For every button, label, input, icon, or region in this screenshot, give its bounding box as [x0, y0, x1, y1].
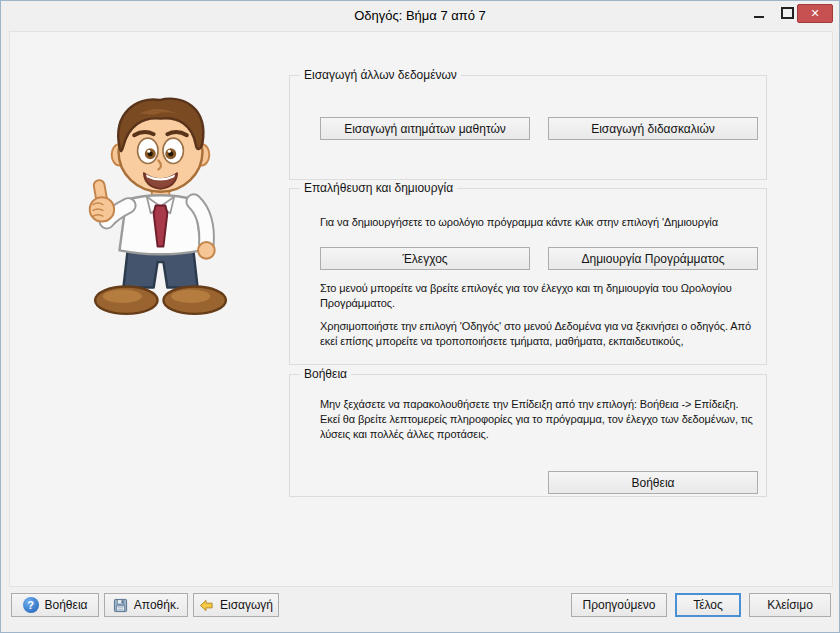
wizard-window: Οδηγός: Βήμα 7 από 7 ✕ — [0, 0, 840, 633]
footer-help-button[interactable]: ? Βοήθεια — [11, 593, 99, 617]
group-verify-title: Επαλήθευση και δημιουργία — [300, 181, 457, 195]
help-group-button[interactable]: Βοήθεια — [548, 471, 758, 494]
footer-import-button[interactable]: Εισαγωγή — [193, 593, 279, 617]
footer-import-label: Εισαγωγή — [220, 598, 273, 612]
help-icon: ? — [23, 597, 39, 613]
footer-save-label: Αποθήκ. — [134, 598, 179, 612]
import-student-requests-button[interactable]: Εισαγωγή αιτημάτων μαθητών — [320, 117, 530, 140]
maximize-icon — [781, 7, 794, 19]
window-title: Οδηγός: Βήμα 7 από 7 — [1, 1, 839, 30]
group-help-title: Βοήθεια — [300, 367, 351, 381]
close-button[interactable]: ✕ — [797, 4, 833, 23]
group-import-title: Εισαγωγή άλλων δεδομένων — [300, 68, 461, 82]
verify-note-wizard: Χρησιμοποιήστε την επιλογή 'Οδηγός' στο … — [320, 319, 760, 349]
generate-timetable-button[interactable]: Δημιουργία Προγράμματος — [548, 247, 758, 270]
footer-close-button[interactable]: Κλείσιμο — [749, 593, 831, 617]
group-import-data: Εισαγωγή άλλων δεδομένων Εισαγωγή αιτημά… — [289, 75, 767, 180]
group-help: Βοήθεια Μην ξεχάσετε να παρακολουθήσετε … — [289, 374, 767, 497]
import-lessons-button[interactable]: Εισαγωγή διδασκαλιών — [548, 117, 758, 140]
close-icon: ✕ — [810, 7, 819, 20]
check-button[interactable]: Έλεγχος — [320, 247, 530, 270]
previous-button[interactable]: Προηγούμενο — [571, 593, 667, 617]
import-arrow-icon — [199, 598, 214, 613]
save-icon — [113, 598, 128, 613]
titlebar[interactable]: Οδηγός: Βήμα 7 από 7 ✕ — [1, 1, 839, 31]
minimize-icon — [754, 16, 764, 18]
minimize-button[interactable] — [745, 1, 773, 25]
finish-button[interactable]: Τέλος — [675, 593, 741, 617]
footer-save-button[interactable]: Αποθήκ. — [104, 593, 188, 617]
help-note-text: Μην ξεχάσετε να παρακολουθήσετε την Επίδ… — [320, 397, 760, 442]
group-verify-generate: Επαλήθευση και δημιουργία Για να δημιουρ… — [289, 188, 767, 365]
content-panel: Εισαγωγή άλλων δεδομένων Εισαγωγή αιτημά… — [9, 31, 833, 587]
verify-note-menu: Στο μενού μπορείτε να βρείτε επιλογές γι… — [320, 281, 760, 311]
verify-intro-text: Για να δημιουργήσετε το ωρολόγιο πρόγραμ… — [320, 215, 718, 230]
mascot-illustration — [58, 90, 263, 320]
footer-help-label: Βοήθεια — [45, 598, 88, 612]
